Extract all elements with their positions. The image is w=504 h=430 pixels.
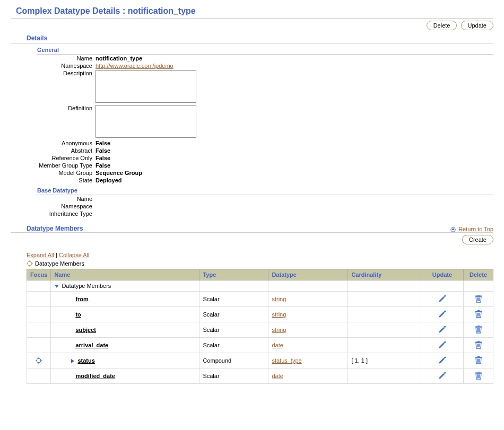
create-button[interactable]: Create: [462, 235, 493, 244]
member-datatype-cell: string: [268, 307, 348, 322]
label-model-group: Model Group: [37, 169, 95, 177]
breadcrumb-label: Datatype Members: [35, 260, 84, 267]
svg-point-1: [28, 261, 32, 266]
pencil-icon[interactable]: [438, 294, 447, 304]
pencil-icon[interactable]: [438, 324, 447, 335]
tree-expand-right-icon[interactable]: [70, 357, 75, 364]
member-name-link[interactable]: arrival_date: [75, 342, 108, 348]
member-name-link[interactable]: from: [75, 296, 88, 302]
value-member-group-type: False: [95, 162, 196, 169]
member-datatype-link[interactable]: date: [272, 342, 283, 348]
member-delete-cell: [464, 307, 493, 322]
member-update-cell: [421, 292, 464, 307]
member-datatype-cell: date: [268, 338, 348, 353]
svg-rect-20: [477, 326, 480, 327]
member-name-cell: status: [51, 353, 199, 368]
svg-rect-14: [475, 311, 482, 312]
member-name-cell: from: [51, 292, 199, 307]
col-header-update: Update: [421, 269, 464, 280]
definition-textarea[interactable]: [95, 105, 196, 138]
label-definition: Definition: [37, 104, 95, 139]
member-name-link[interactable]: status: [77, 357, 94, 364]
label-reference-only: Reference Only: [37, 154, 95, 162]
member-name-link[interactable]: to: [75, 311, 81, 318]
member-name-link[interactable]: subject: [75, 327, 96, 333]
member-update-cell: [421, 353, 464, 368]
member-datatype-link[interactable]: date: [272, 373, 283, 379]
tree-expand-down-icon[interactable]: [54, 283, 59, 289]
trash-icon[interactable]: [475, 340, 482, 350]
base-fields-table: Name Namespace Inheritance Type: [37, 195, 95, 217]
svg-rect-15: [477, 310, 480, 311]
pencil-icon[interactable]: [438, 340, 447, 350]
crosshair-icon: [27, 260, 33, 267]
member-cardinality-cell: [348, 368, 421, 384]
member-name-cell: to: [51, 307, 199, 322]
focus-cell: [27, 338, 51, 353]
member-type-cell: Scalar: [199, 368, 268, 384]
focus-cell: [27, 368, 51, 384]
breadcrumb: Datatype Members: [27, 260, 493, 267]
member-delete-cell: [464, 322, 493, 338]
divider: [11, 18, 493, 19]
member-datatype-cell: status_type: [268, 353, 348, 368]
pencil-icon[interactable]: [438, 309, 447, 320]
label-member-group-type: Member Group Type: [37, 162, 95, 169]
delete-button[interactable]: Delete: [427, 21, 457, 30]
member-type-cell: Compound: [199, 353, 268, 368]
value-abstract: False: [95, 147, 196, 154]
subsection-general-heading: General: [37, 47, 493, 53]
root-row-datatype: [268, 280, 348, 292]
trash-icon[interactable]: [475, 325, 482, 335]
member-datatype-link[interactable]: status_type: [272, 357, 301, 364]
return-to-top-link[interactable]: Return to Top: [458, 226, 493, 232]
crosshair-icon[interactable]: [30, 357, 47, 364]
member-datatype-cell: string: [268, 292, 348, 307]
focus-cell[interactable]: [27, 353, 51, 368]
member-datatype-link[interactable]: string: [272, 296, 286, 302]
value-model-group: Sequence Group: [95, 169, 196, 177]
focus-cell: [27, 307, 51, 322]
trash-icon[interactable]: [475, 356, 482, 365]
member-type-cell: Scalar: [199, 307, 268, 322]
create-button-row: Create: [11, 235, 493, 244]
trash-icon[interactable]: [475, 371, 482, 381]
page-title: Complex Datatype Details : notification_…: [16, 6, 493, 16]
member-datatype-link[interactable]: string: [272, 311, 286, 318]
root-row-type: [199, 280, 268, 292]
collapse-all-link[interactable]: Collapse All: [59, 252, 89, 258]
member-name-link[interactable]: modified_date: [75, 373, 115, 379]
member-type-cell: Scalar: [199, 322, 268, 338]
member-type-cell: Scalar: [199, 292, 268, 307]
label-state: State: [37, 177, 95, 184]
svg-rect-19: [475, 327, 482, 328]
pencil-icon[interactable]: [438, 355, 447, 366]
member-name-cell: subject: [51, 322, 199, 338]
member-update-cell: [421, 322, 464, 338]
col-header-datatype: Datatype: [268, 269, 348, 280]
member-cardinality-cell: [348, 292, 421, 307]
col-header-cardinality: Cardinality: [348, 269, 421, 280]
update-button[interactable]: Update: [461, 21, 493, 30]
col-header-delete: Delete: [464, 269, 493, 280]
trash-icon[interactable]: [475, 310, 482, 319]
svg-rect-10: [477, 295, 480, 296]
root-row-update: [421, 280, 464, 292]
member-datatype-link[interactable]: string: [272, 327, 286, 333]
value-anonymous: False: [95, 139, 196, 147]
label-base-namespace: Namespace: [37, 203, 95, 210]
member-name-cell: arrival_date: [51, 338, 199, 353]
label-description: Description: [37, 69, 95, 104]
member-update-cell: [421, 338, 464, 353]
member-delete-cell: [464, 353, 493, 368]
svg-point-26: [37, 358, 41, 363]
subsection-base-datatype-heading: Base Datatype: [37, 187, 493, 194]
value-state: Deployed: [95, 177, 196, 184]
root-row-cardinality: [348, 280, 421, 292]
svg-rect-35: [477, 356, 480, 357]
description-textarea[interactable]: [95, 70, 196, 103]
namespace-link[interactable]: http://www.oracle.com/ipdemo: [95, 63, 173, 69]
pencil-icon[interactable]: [438, 371, 447, 381]
trash-icon[interactable]: [475, 294, 482, 304]
expand-all-link[interactable]: Expand All: [27, 252, 54, 258]
